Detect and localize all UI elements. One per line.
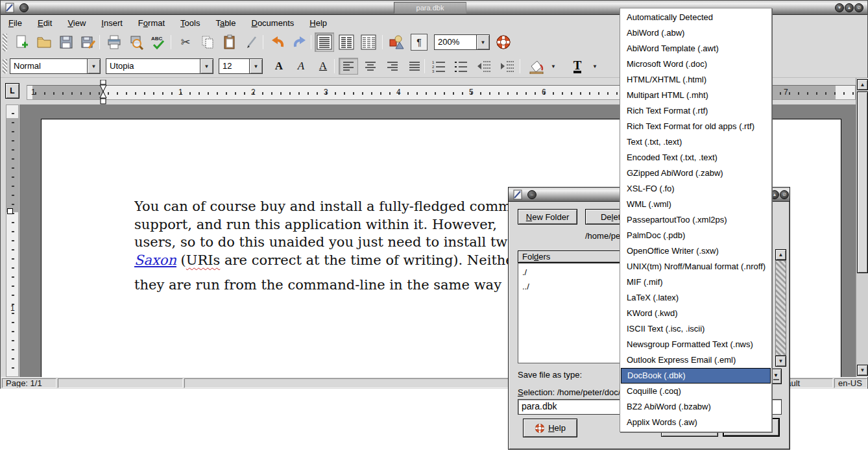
view-two-columns-button[interactable] [337, 32, 356, 52]
bold-button[interactable]: A [269, 58, 289, 75]
format-option-17[interactable]: UNIX(tm) Nroff/Manual format (.nroff) [621, 259, 771, 274]
dialog-help-button[interactable]: Help [523, 419, 577, 437]
folders-list[interactable]: ./../ [518, 263, 621, 363]
font-size-combobox[interactable]: 12 ▼ [219, 58, 263, 74]
format-option-9[interactable]: Text (.txt, .text) [621, 134, 771, 150]
format-option-23[interactable]: Outlook Express Email (.eml) [621, 352, 771, 368]
chevron-down-icon[interactable]: ▼ [476, 34, 490, 50]
format-option-16[interactable]: OpenOffice Writer (.sxw) [621, 243, 771, 259]
window-menu-button[interactable]: – [19, 3, 29, 12]
margin-marker[interactable] [7, 208, 13, 214]
font-size-value[interactable]: 12 [219, 58, 249, 74]
format-option-26[interactable]: BZ2 AbiWord (.bzabw) [621, 399, 771, 415]
help-button[interactable] [494, 32, 513, 52]
font-color-button[interactable]: T [566, 58, 588, 75]
format-option-14[interactable]: PassepartoutToo (.xml2ps) [621, 212, 771, 228]
hyperlink[interactable]: Saxon [134, 252, 176, 268]
format-option-25[interactable]: Coquille (.coq) [621, 384, 771, 399]
font-combobox[interactable]: Utopia ▼ [106, 58, 213, 74]
redo-button[interactable] [290, 32, 309, 52]
format-option-1[interactable]: Automatically Detected [621, 10, 771, 25]
format-option-13[interactable]: WML (.wml) [621, 197, 771, 212]
print-preview-button[interactable] [127, 32, 146, 52]
close-button[interactable]: ⊘ [854, 3, 863, 12]
format-option-12[interactable]: XSL-FO (.fo) [621, 181, 771, 197]
bullet-list-button[interactable] [451, 58, 470, 75]
style-combobox[interactable]: Normal ▼ [10, 58, 101, 74]
folder-item[interactable]: ./ [518, 265, 621, 280]
align-right-button[interactable] [383, 58, 402, 75]
indent-button[interactable] [498, 58, 517, 75]
stylus-button[interactable] [242, 32, 261, 52]
format-option-22[interactable]: Newsgroup Formatted Text (.nws) [621, 337, 771, 352]
dialog-close-button[interactable]: ⊘ [780, 190, 789, 199]
window-menu-button[interactable]: – [527, 190, 536, 199]
format-option-6[interactable]: Multipart HTML (.mht) [621, 88, 771, 103]
format-option-2[interactable]: AbiWord (.abw) [621, 25, 771, 41]
view-one-column-button[interactable] [315, 32, 334, 52]
menu-item-help[interactable]: Help [309, 18, 327, 28]
format-option-8[interactable]: Rich Text Format for old apps (.rtf) [621, 119, 771, 134]
show-formatting-marks-button[interactable]: ¶ [411, 34, 428, 51]
font-color-arrow[interactable]: ▼ [590, 58, 600, 75]
menu-item-table[interactable]: Table [215, 18, 235, 28]
chevron-down-icon[interactable]: ▼ [249, 58, 263, 74]
scrollbar-thumb[interactable] [857, 91, 868, 273]
background-color-button[interactable] [525, 58, 547, 75]
style-value[interactable]: Normal [10, 58, 87, 74]
background-color-arrow[interactable]: ▼ [548, 58, 559, 75]
italic-button[interactable]: A [291, 58, 311, 75]
numbered-list-button[interactable]: 1 2 3 [429, 58, 448, 75]
font-value[interactable]: Utopia [106, 58, 200, 74]
chevron-down-icon[interactable]: ▼ [200, 58, 213, 74]
toolbar-grip[interactable] [3, 59, 7, 73]
folders-header[interactable]: Folders [518, 250, 621, 263]
zoom-value[interactable]: 200% [434, 34, 476, 50]
copy-button[interactable] [198, 32, 217, 52]
minimize-button[interactable]: ▾ [835, 3, 844, 12]
scroll-up-icon[interactable]: ▲ [857, 79, 868, 90]
format-option-20[interactable]: KWord (.kwd) [621, 306, 771, 321]
zoom-combobox[interactable]: 200% ▼ [434, 34, 490, 50]
vertical-scrollbar[interactable]: ▲ ▼ [856, 78, 868, 377]
align-justify-button[interactable] [405, 58, 424, 75]
format-option-7[interactable]: Rich Text Format (.rtf) [621, 103, 771, 119]
menu-item-edit[interactable]: Edit [38, 18, 52, 28]
format-option-4[interactable]: Microsoft Word (.doc) [621, 56, 771, 72]
format-option-18[interactable]: MIF (.mif) [621, 274, 771, 290]
format-option-5[interactable]: HTML/XHTML (.html) [621, 72, 771, 88]
indent-marker[interactable] [99, 80, 108, 104]
align-center-button[interactable] [361, 58, 380, 75]
format-option-19[interactable]: LaTeX (.latex) [621, 290, 771, 306]
undo-button[interactable] [268, 32, 287, 52]
open-button[interactable] [34, 32, 54, 52]
print-button[interactable] [104, 32, 124, 52]
save-button[interactable] [56, 32, 76, 52]
format-option-3[interactable]: AbiWord Template (.awt) [621, 41, 771, 56]
files-scroll-up-icon[interactable]: ▲ [775, 249, 786, 260]
folder-item[interactable]: ../ [518, 280, 621, 294]
document-text[interactable]: You can of course buy and install a full… [134, 198, 517, 295]
scroll-down-icon[interactable]: ▼ [857, 365, 868, 376]
format-option-15[interactable]: PalmDoc (.pdb) [621, 228, 771, 243]
chevron-down-icon[interactable]: ▼ [87, 58, 101, 74]
format-option-27[interactable]: Applix Words (.aw) [621, 415, 771, 430]
format-option-24[interactable]: DocBook (.dbk) [621, 368, 771, 384]
new-document-button[interactable] [12, 32, 32, 52]
format-option-11[interactable]: GZipped AbiWord (.zabw) [621, 165, 771, 181]
format-option-10[interactable]: Encoded Text (.txt, .text) [621, 150, 771, 165]
tab-selector[interactable]: L [5, 83, 19, 99]
menu-item-documents[interactable]: Documents [252, 18, 295, 28]
toolbar-grip[interactable] [3, 34, 7, 51]
maximize-button[interactable]: ▴ [845, 3, 854, 12]
save-as-button[interactable] [78, 32, 98, 52]
view-three-columns-button[interactable] [359, 32, 378, 52]
cut-button[interactable]: ✂ [176, 32, 195, 52]
new-folder-button[interactable]: New Folder [518, 209, 577, 225]
files-scrollbar-track[interactable] [775, 260, 786, 356]
underline-button[interactable]: A [313, 58, 333, 75]
spellcheck-button[interactable]: ABC [149, 32, 168, 52]
menu-item-insert[interactable]: Insert [101, 18, 123, 28]
format-option-21[interactable]: ISCII Text (.isc, .iscii) [621, 321, 771, 337]
unindent-button[interactable] [474, 58, 494, 75]
